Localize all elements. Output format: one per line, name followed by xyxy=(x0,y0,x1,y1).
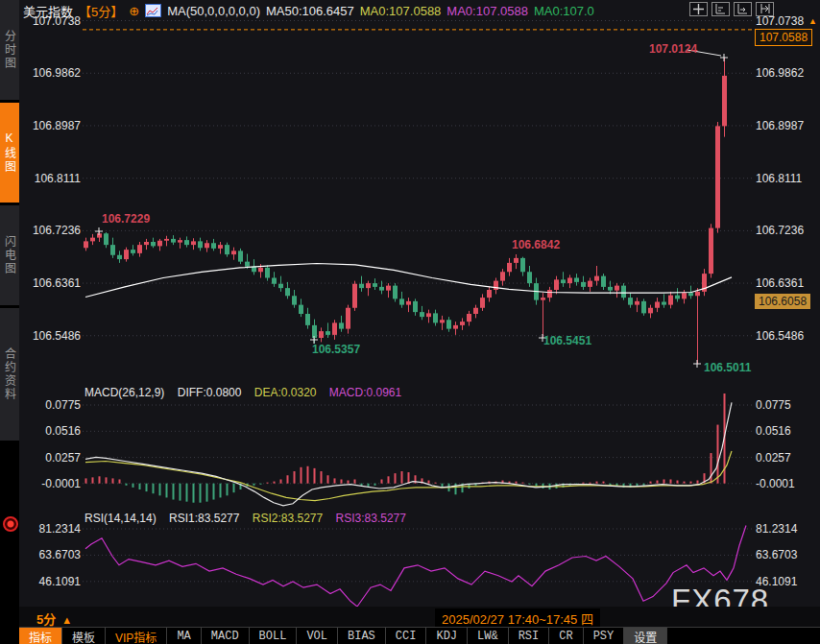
axis-label: 106.5486 xyxy=(21,329,81,343)
vol-tab[interactable]: VOL xyxy=(297,628,338,644)
ma0-green-value: MA0:107.0 xyxy=(534,4,594,18)
macd-value: MACD:0.0961 xyxy=(329,386,401,399)
price-up-arrow-icon: ▲ xyxy=(808,16,817,26)
axis-label: 0.0775 xyxy=(756,398,819,412)
axis-label: 106.8111 xyxy=(21,172,81,185)
cci-tab[interactable]: CCI xyxy=(386,628,427,644)
axis-label: 106.8987 xyxy=(756,119,819,132)
period-label[interactable]: 5分▲ xyxy=(36,609,72,628)
ma-tab[interactable]: MA xyxy=(167,628,201,644)
axis-label: 46.1091 xyxy=(21,575,81,588)
boll-tab[interactable]: BOLL xyxy=(250,628,298,644)
axis-label: -0.0001 xyxy=(756,477,819,490)
price-annotation: 106.5357 xyxy=(312,343,360,356)
rsi3-value: RSI3:83.5277 xyxy=(336,512,406,525)
sidebar-tab-timeline[interactable]: 分时图 xyxy=(0,0,19,100)
axis-label: 63.6703 xyxy=(21,548,81,561)
crosshair-timestamp: 2025/02/27 17:40~17:45 四 xyxy=(435,608,600,629)
axis-label: 0.0516 xyxy=(21,424,81,438)
ma50-value: MA50:106.6457 xyxy=(266,4,354,18)
settings-tab[interactable]: 设置 xyxy=(624,628,667,644)
price-annotation: 106.7229 xyxy=(102,212,150,226)
axis-label: 0.0257 xyxy=(21,451,81,465)
axis-label: 106.5486 xyxy=(756,329,819,343)
axis-label: 106.6361 xyxy=(21,276,81,290)
app-window: 分时图 K线图 闪电图 合约资料 美元指数【5分】 ⊕ MA(50,0,0,0,… xyxy=(0,0,820,644)
macd-params-label: MACD(26,12,9) xyxy=(84,386,164,399)
axis-label: 106.8111 xyxy=(756,172,819,185)
axis-label: 63.6703 xyxy=(756,548,819,561)
add-indicator-icon[interactable]: ⊕ xyxy=(129,5,139,17)
rsi-tab[interactable]: RSI xyxy=(509,628,550,644)
ma-settings-label: MA(50,0,0,0,0,0) xyxy=(167,4,260,18)
period-up-icon: ▲ xyxy=(61,614,72,626)
left-price-axis: 107.0738106.9862106.8987106.8111106.7236… xyxy=(21,0,81,644)
sidebar-tab-kline[interactable]: K线图 xyxy=(0,103,19,203)
record-icon[interactable] xyxy=(3,516,18,532)
reference-price-badge: 106.6058 xyxy=(755,294,810,309)
psy-tab[interactable]: PSY xyxy=(584,628,625,644)
axis-label: 81.2314 xyxy=(756,522,819,536)
axis-label: -0.0001 xyxy=(21,477,81,490)
lwr-tab[interactable]: LW& xyxy=(468,628,509,644)
diff-value: DIFF:0.0800 xyxy=(178,386,242,399)
axis-label: 106.7236 xyxy=(21,224,81,237)
chart-header: 美元指数【5分】 ⊕ MA(50,0,0,0,0,0) MA50:106.645… xyxy=(23,2,594,19)
axis-label: 0.0257 xyxy=(756,451,819,465)
indicator-toolbar: 指标 模板 VIP指标 MA MACD BOLL VOL BIAS CCI KD… xyxy=(19,627,820,644)
price-annotation: 106.5011 xyxy=(704,361,751,374)
symbol-title: 美元指数 xyxy=(23,2,73,20)
sidebar-tab-flash[interactable]: 闪电图 xyxy=(0,205,19,305)
macd-header: MACD(26,12,9) DIFF:0.0800 DEA:0.0320 MAC… xyxy=(84,386,411,399)
chart-tools xyxy=(689,2,774,16)
axis-label: 81.2314 xyxy=(21,522,81,536)
move-icon[interactable] xyxy=(689,2,708,16)
chart-canvas[interactable] xyxy=(0,0,820,644)
ma0-magenta-value: MA0:107.0588 xyxy=(446,4,528,18)
axis-scale-right-icon[interactable] xyxy=(734,2,752,16)
kdj-tab[interactable]: KDJ xyxy=(426,628,468,644)
indicator-tab[interactable]: 指标 xyxy=(19,628,62,644)
price-annotation: 106.6842 xyxy=(512,238,560,251)
axis-label: 0.0775 xyxy=(21,398,81,412)
left-sidebar: 分时图 K线图 闪电图 合约资料 xyxy=(0,0,19,644)
bias-tab[interactable]: BIAS xyxy=(338,628,386,644)
axis-label: 106.8987 xyxy=(21,119,81,132)
template-tab[interactable]: 模板 xyxy=(62,628,106,644)
period-tag: 【5分】 xyxy=(79,2,123,20)
axis-label: 0.0516 xyxy=(756,424,819,438)
go-to-latest-icon[interactable] xyxy=(756,2,774,16)
rsi-header: RSI(14,14,14) RSI1:83.5277 RSI2:83.5277 … xyxy=(84,512,416,525)
axis-label: 106.9862 xyxy=(21,66,81,80)
sidebar-tab-contract[interactable]: 合约资料 xyxy=(0,308,19,441)
axis-scale-left-icon[interactable] xyxy=(711,2,730,16)
cr-tab[interactable]: CR xyxy=(549,628,583,644)
macd-tab[interactable]: MACD xyxy=(202,628,250,644)
price-annotation: 107.0124 xyxy=(649,42,697,56)
vip-indicator-tab[interactable]: VIP指标 xyxy=(106,628,167,644)
ma0-yellow-value: MA0:107.0588 xyxy=(360,4,442,18)
mini-chart-icon[interactable] xyxy=(145,4,161,17)
axis-label: 106.9862 xyxy=(756,66,819,80)
right-price-axis: 107.0738106.9862106.8987106.8111106.7236… xyxy=(756,0,819,644)
current-price-badge: 107.0588 xyxy=(755,29,812,46)
rsi-params-label: RSI(14,14,14) xyxy=(84,512,157,525)
price-annotation: 106.5451 xyxy=(543,334,591,347)
dea-value: DEA:0.0320 xyxy=(254,386,317,399)
axis-label: 106.7236 xyxy=(756,224,819,237)
rsi1-value: RSI1:83.5277 xyxy=(169,512,239,525)
axis-label: 106.6361 xyxy=(756,276,819,290)
rsi2-value: RSI2:83.5277 xyxy=(253,512,323,525)
status-bar: 5分▲ 2025/02/27 17:40~17:45 四 xyxy=(19,607,820,627)
